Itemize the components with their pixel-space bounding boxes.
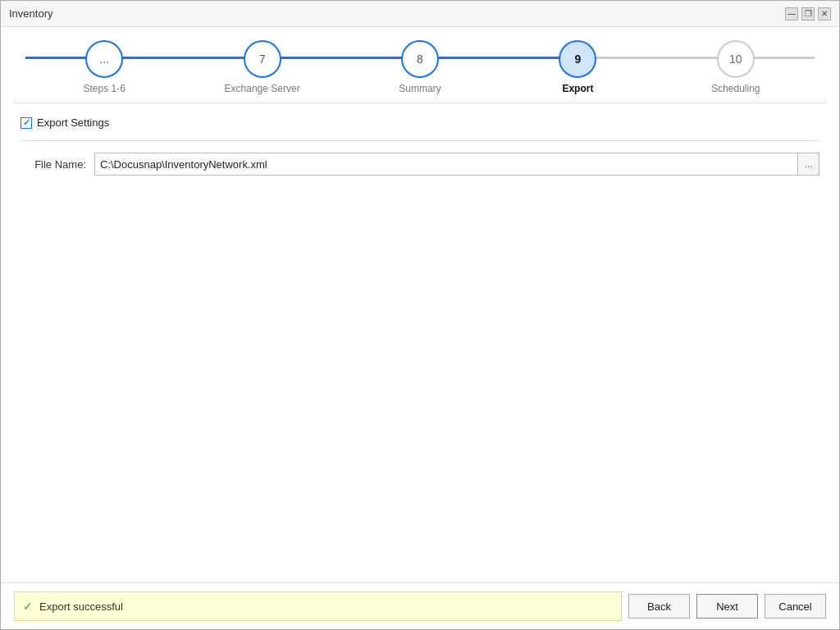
step-summary[interactable]: 8 Summary (341, 40, 499, 94)
status-area: ✓ Export successful (14, 591, 622, 621)
export-settings-checkbox[interactable] (21, 117, 32, 129)
form-area: Export Settings File Name: ... (1, 103, 839, 582)
minimize-button[interactable]: — (785, 7, 798, 21)
step-scheduling[interactable]: 10 Scheduling (657, 40, 815, 94)
window-title: Inventory (9, 7, 52, 20)
file-name-label: File Name: (21, 158, 86, 171)
step-label-export: Export (562, 83, 593, 94)
step-export[interactable]: 9 Export (499, 40, 656, 94)
close-button[interactable]: ✕ (818, 7, 831, 21)
file-name-input-wrapper: ... (94, 153, 819, 176)
step-label-steps-1-6: Steps 1-6 (84, 83, 126, 94)
cancel-button[interactable]: Cancel (765, 594, 826, 619)
step-exchange-server[interactable]: 7 Exchange Server (183, 40, 340, 94)
back-button[interactable]: Back (628, 594, 690, 619)
export-settings-header: Export Settings (21, 116, 819, 129)
browse-button[interactable]: ... (797, 153, 819, 175)
step-label-summary: Summary (399, 83, 441, 94)
title-bar: Inventory — ❐ ✕ (1, 1, 839, 27)
restore-button[interactable]: ❐ (801, 7, 815, 21)
file-name-row: File Name: ... (21, 153, 819, 176)
step-label-exchange-server: Exchange Server (225, 83, 300, 94)
success-icon: ✓ (23, 600, 33, 613)
bottom-bar: ✓ Export successful Back Next Cancel (1, 582, 839, 629)
main-window: Inventory — ❐ ✕ ... Steps 1-6 7 (0, 0, 840, 630)
export-settings-label: Export Settings (37, 116, 109, 129)
step-circle-export: 9 (559, 40, 596, 78)
step-circle-summary: 8 (401, 40, 439, 78)
window-controls: — ❐ ✕ (785, 7, 831, 21)
next-button[interactable]: Next (696, 594, 758, 619)
wizard-steps: ... Steps 1-6 7 Exchange Server 8 Summar… (1, 27, 839, 103)
step-label-scheduling: Scheduling (711, 83, 760, 94)
form-divider (21, 140, 819, 141)
content-area: ... Steps 1-6 7 Exchange Server 8 Summar… (1, 27, 839, 629)
step-steps-1-6[interactable]: ... Steps 1-6 (25, 40, 183, 94)
file-name-input[interactable] (95, 155, 797, 174)
step-circle-exchange-server: 7 (244, 40, 281, 78)
step-circle-scheduling: 10 (717, 40, 755, 78)
step-circle-steps-1-6: ... (85, 40, 123, 78)
status-text: Export successful (39, 600, 123, 613)
